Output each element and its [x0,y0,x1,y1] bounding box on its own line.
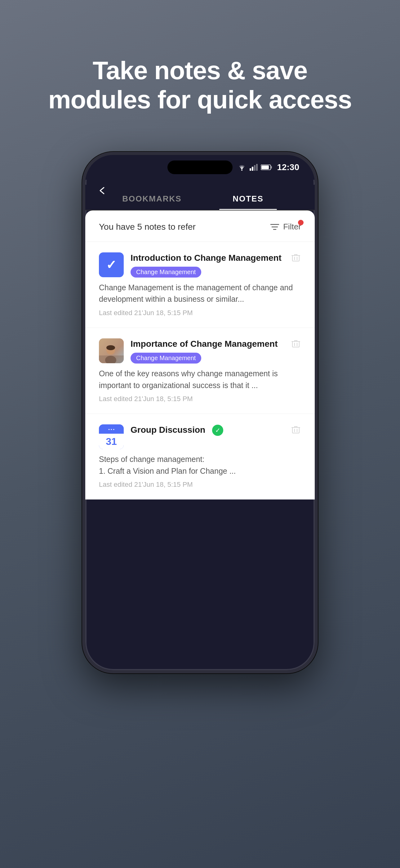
filter-button[interactable]: Filter [269,222,301,232]
svg-rect-2 [252,167,253,171]
note-left-3: ▪ ▪ ▪ 31 Group Discussion ✓ [99,424,291,449]
notes-header: You have 5 notes to refer Filter [85,211,315,242]
note-top-row-2: Importance of Change Management Change M… [99,338,301,364]
trash-icon-3 [291,424,301,435]
note-info-2: Importance of Change Management Change M… [131,338,291,364]
calendar-date-number: 31 [106,436,117,447]
hero-text-line1: Take notes & save [93,56,308,85]
note-date-3: Last edited 21'Jun 18, 5:15 PM [99,480,301,489]
note-thumbnail-3: ▪ ▪ ▪ 31 [99,424,124,449]
note-item: ✓ Introduction to Change Management Chan… [85,242,315,328]
note-left: ✓ Introduction to Change Management Chan… [99,252,291,278]
note-title-1: Introduction to Change Management [131,252,291,264]
hero-text-line2: modules for quick access [48,85,352,114]
note-thumbnail-1: ✓ [99,252,124,277]
phone-frame: 12:30 BOOKMARKS NOTES You have 5 notes t… [82,152,318,673]
battery-icon [261,164,272,170]
delete-button-3[interactable] [291,424,301,436]
note-title-3: Group Discussion [131,424,205,436]
tab-bar: BOOKMARKS NOTES [85,185,315,211]
signal-icon [249,164,258,171]
svg-point-18 [106,345,115,350]
note-thumbnail-2 [99,338,124,363]
note-info-1: Introduction to Change Management Change… [131,252,291,278]
svg-rect-1 [249,168,251,171]
svg-rect-4 [256,164,258,171]
svg-rect-3 [254,165,256,171]
note-body-2: One of the key reasons why change manage… [99,368,301,391]
dynamic-island [167,160,233,174]
trash-icon-1 [291,252,301,263]
trash-icon-2 [291,338,301,349]
note-body-3: Steps of change management: 1. Craft a V… [99,454,301,477]
filter-icon [269,222,280,232]
notes-count-text: You have 5 notes to refer [99,222,196,232]
hero-text: Take notes & save modules for quick acce… [24,56,377,115]
wifi-icon [237,164,246,171]
checkmark-icon: ✓ [106,258,116,272]
filter-active-dot [298,220,304,225]
note-info-3: Group Discussion ✓ [131,424,291,436]
card-area: You have 5 notes to refer Filter [85,211,315,500]
svg-rect-22 [292,428,299,433]
svg-rect-7 [261,165,269,169]
note-date-2: Last edited 21'Jun 18, 5:15 PM [99,395,301,403]
thumbnail-image-2 [99,338,124,363]
note-tag-1: Change Management [131,267,201,278]
calendar-month-label: ▪ ▪ ▪ [108,427,114,432]
back-button[interactable] [98,185,106,198]
note-body-1: Change Management is the management of c… [99,282,301,305]
delete-button-2[interactable] [291,338,301,350]
tab-bookmarks[interactable]: BOOKMARKS [104,185,200,210]
svg-rect-11 [292,255,299,261]
note-title-2: Importance of Change Management [131,338,291,349]
note-title-row-3: Group Discussion ✓ [131,424,291,436]
svg-rect-6 [271,166,272,168]
note-top-row: ✓ Introduction to Change Management Chan… [99,252,301,278]
note-top-row-3: ▪ ▪ ▪ 31 Group Discussion ✓ [99,424,301,449]
phone-mockup: 12:30 BOOKMARKS NOTES You have 5 notes t… [82,152,318,673]
tab-notes[interactable]: NOTES [200,185,296,210]
delete-button-1[interactable] [291,252,301,264]
status-icons: 12:30 [237,162,299,172]
svg-rect-19 [292,341,299,347]
clock-time: 12:30 [277,162,299,172]
note-tag-2: Change Management [131,353,201,364]
note-item-2: Importance of Change Management Change M… [85,328,315,414]
note-left-2: Importance of Change Management Change M… [99,338,291,364]
note-check-circle-3: ✓ [212,425,223,436]
note-date-1: Last edited 21'Jun 18, 5:15 PM [99,309,301,317]
svg-point-0 [241,169,242,171]
note-item-3: ▪ ▪ ▪ 31 Group Discussion ✓ [85,414,315,499]
